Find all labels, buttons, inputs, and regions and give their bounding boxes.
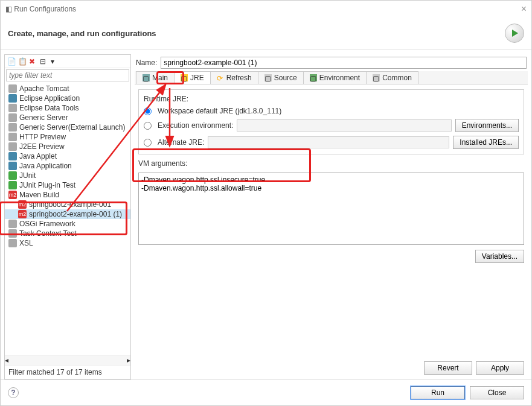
tab-common[interactable]: ▢ Common [366,71,418,84]
tab-main[interactable]: ▢ Main [136,71,175,84]
tree-item-label: Java Applet [19,152,57,160]
config-type-icon [8,162,17,170]
exec-env-label: Execution environment: [158,121,233,130]
tree-item[interactable]: Eclipse Application [5,94,130,103]
run-header-icon [505,24,524,43]
tree-item[interactable]: Generic Server [5,113,130,122]
installed-jres-button[interactable]: Installed JREs... [453,136,519,149]
collapse-icon[interactable]: ⊟ [40,57,48,66]
tree-item-label: HTTP Preview [19,133,66,141]
alternate-jre-combo[interactable] [208,136,449,148]
tree-item[interactable]: J2EE Preview [5,142,130,151]
tree-item[interactable]: m2Maven Build [5,190,130,200]
config-type-icon [8,94,17,103]
tree-item-label: J2EE Preview [19,142,65,151]
tree-item[interactable]: Apache Tomcat [5,84,130,94]
variables-button[interactable]: Variables... [475,250,524,263]
env-tab-icon: ▢ [310,74,317,81]
config-type-icon [8,181,17,189]
config-type-icon [8,152,17,160]
tree-item-label: Generic Server(External Launch) [19,123,125,132]
workspace-default-label: Workspace default JRE (jdk1.8.0_111) [158,107,281,115]
filter-icon[interactable]: ▾ [51,57,59,66]
page-title: Create, manage, and run configurations [8,29,505,38]
eclipse-icon: ◧ [5,5,12,13]
apply-button[interactable]: Apply [476,361,524,375]
tree-item-label: Java Application [19,162,72,170]
svg-marker-0 [512,30,518,37]
delete-icon[interactable]: ✖ [29,57,37,66]
config-type-icon: m2 [18,200,27,209]
tree-item-label: Generic Server [19,113,68,122]
config-type-icon [8,84,17,93]
filter-input[interactable] [6,69,129,81]
tab-source[interactable]: ▢ Source [258,71,304,84]
tab-refresh[interactable]: ⟳ Refresh [210,71,258,84]
runtime-jre-label: Runtime JRE: [144,95,519,103]
config-type-icon [8,133,17,141]
tree-item-label: OSGi Framework [19,220,75,228]
tree-item[interactable]: Java Application [5,161,130,171]
config-tree[interactable]: Apache TomcatEclipse ApplicationEclipse … [5,83,130,355]
tree-item-label: XSL [19,239,33,247]
config-type-icon: m2 [8,191,17,199]
vm-args-label: VM arguments: [138,159,524,168]
radio-exec-env[interactable] [144,122,152,130]
main-tab-icon: ▢ [143,74,150,81]
tree-item[interactable]: JUnit [5,171,130,180]
tree-item-label: springboot2-example-001 (1) [29,210,122,218]
config-type-icon [8,123,17,132]
alternate-jre-label: Alternate JRE: [158,138,204,147]
run-button[interactable]: Run [411,386,465,399]
refresh-tab-icon: ⟳ [217,74,224,81]
jre-tab-icon: ▢ [181,74,188,81]
runtime-jre-group: Runtime JRE: Workspace default JRE (jdk1… [138,89,524,154]
name-input[interactable] [161,57,527,69]
filter-status: Filter matched 17 of 17 items [5,365,130,379]
config-type-icon [8,239,17,247]
config-type-icon [8,104,17,112]
close-icon[interactable]: × [521,4,527,14]
duplicate-icon[interactable]: 📋 [18,57,27,66]
vm-args-textarea[interactable] [138,173,524,245]
tree-item[interactable]: Generic Server(External Launch) [5,122,130,132]
tree-item-label: JUnit Plug-in Test [19,181,75,189]
tree-item-label: Apache Tomcat [19,84,69,93]
exec-env-combo[interactable] [237,119,451,132]
radio-workspace-default[interactable] [144,107,152,115]
config-type-icon [8,142,17,151]
tree-scrollbar[interactable]: ◂▸ [5,355,130,365]
close-button[interactable]: Close [470,386,524,399]
config-type-icon [8,220,17,228]
tree-item-label: Maven Build [19,191,59,199]
common-tab-icon: ▢ [373,74,380,81]
tree-item[interactable]: Eclipse Data Tools [5,103,130,113]
config-type-icon [8,113,17,122]
window-title: Run Configurations [14,5,76,13]
tab-jre[interactable]: ▢ JRE [174,71,211,84]
tree-item[interactable]: OSGi Framework [5,219,130,229]
source-tab-icon: ▢ [264,74,272,81]
tree-item-label: Eclipse Data Tools [19,104,79,112]
name-label: Name: [136,59,157,67]
tree-toolbar: 📄 📋 ✖ ⊟ ▾ [5,55,130,68]
tree-item-label: JUnit [19,171,36,180]
config-type-icon [8,229,17,238]
tree-item[interactable]: HTTP Preview [5,132,130,142]
radio-alternate-jre[interactable] [144,139,152,147]
revert-button[interactable]: Revert [424,361,472,375]
tree-item-label: Task Context Test [19,229,77,238]
config-type-icon: m2 [18,210,27,218]
tree-item[interactable]: XSL [5,238,130,248]
tree-item[interactable]: Java Applet [5,151,130,161]
tree-item[interactable]: JUnit Plug-in Test [5,180,130,190]
tree-item-label: springboot2-example-001 [29,200,111,209]
config-type-icon [8,171,17,180]
environments-button[interactable]: Environments... [455,119,519,132]
help-icon[interactable]: ? [8,387,19,398]
tree-item[interactable]: Task Context Test [5,229,130,238]
new-config-icon[interactable]: 📄 [7,57,16,66]
tree-item[interactable]: m2springboot2-example-001 [5,200,130,209]
tab-environment[interactable]: ▢ Environment [303,71,367,84]
tree-item[interactable]: m2springboot2-example-001 (1) [5,209,130,219]
